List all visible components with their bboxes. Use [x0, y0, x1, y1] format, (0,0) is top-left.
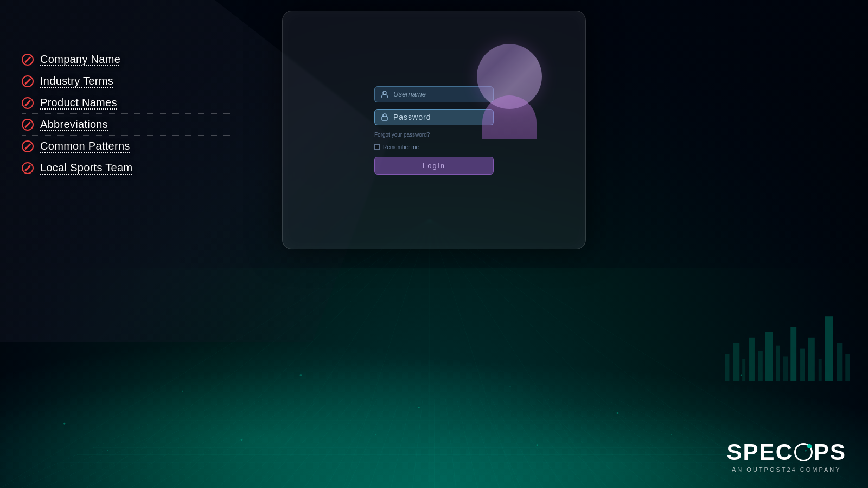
- list-item-abbreviations: Abbreviations: [22, 114, 233, 136]
- logo-o-dot: [807, 444, 812, 448]
- svg-point-26: [241, 439, 243, 441]
- tablet-device: Username Password Forgot your password? …: [282, 11, 586, 249]
- list-label-common-patterns: Common Patterns: [40, 140, 130, 152]
- list-item-local-sports-team: Local Sports Team: [22, 157, 233, 178]
- logo-spec-text: SPEC: [727, 439, 793, 465]
- forgot-password-text[interactable]: Forgot your password?: [374, 132, 430, 138]
- svg-point-25: [107, 450, 108, 451]
- svg-rect-31: [725, 354, 730, 381]
- svg-point-27: [375, 434, 376, 435]
- svg-rect-45: [845, 354, 850, 381]
- list-label-industry-terms: Industry Terms: [40, 75, 113, 87]
- svg-point-24: [741, 375, 742, 376]
- svg-point-23: [617, 412, 619, 414]
- restrictions-list: Company NameIndustry TermsProduct NamesA…: [22, 49, 233, 178]
- svg-rect-38: [783, 356, 788, 381]
- logo-subtitle: AN OUTPOST24 COMPANY: [727, 466, 846, 473]
- login-form: Username Password Forgot your password? …: [374, 86, 494, 175]
- list-label-company-name: Company Name: [40, 53, 120, 66]
- password-field-wrap: Password: [374, 109, 494, 125]
- svg-rect-37: [776, 346, 780, 381]
- svg-rect-32: [733, 343, 739, 381]
- svg-rect-43: [825, 316, 833, 381]
- svg-rect-47: [382, 117, 387, 120]
- logo-o-icon: [793, 442, 814, 463]
- svg-rect-34: [749, 338, 755, 381]
- remember-label: Remember me: [383, 144, 419, 150]
- no-icon-abbreviations: [22, 119, 34, 131]
- svg-rect-42: [819, 359, 822, 381]
- svg-point-29: [671, 434, 672, 435]
- list-label-local-sports-team: Local Sports Team: [40, 162, 132, 174]
- user-icon: [380, 90, 389, 99]
- svg-rect-40: [800, 349, 805, 381]
- list-item-industry-terms: Industry Terms: [22, 70, 233, 92]
- lock-icon: [380, 113, 389, 121]
- svg-rect-39: [790, 327, 796, 381]
- svg-rect-44: [837, 343, 842, 381]
- password-placeholder: Password: [393, 113, 431, 121]
- list-label-abbreviations: Abbreviations: [40, 118, 108, 131]
- remember-me-wrap: Remember me: [374, 144, 419, 150]
- svg-point-46: [383, 91, 386, 94]
- username-field-wrap: Username: [374, 86, 494, 102]
- no-icon-product-names: [22, 97, 34, 109]
- login-button[interactable]: Login: [374, 157, 494, 175]
- no-icon-local-sports-team: [22, 162, 34, 174]
- svg-point-22: [510, 386, 511, 387]
- username-placeholder: Username: [393, 90, 426, 98]
- logo-ps-text: PS: [814, 439, 846, 465]
- svg-point-20: [299, 374, 302, 376]
- list-label-product-names: Product Names: [40, 97, 117, 109]
- no-icon-common-patterns: [22, 140, 34, 152]
- svg-point-18: [63, 423, 65, 425]
- no-icon-company-name: [22, 54, 34, 66]
- list-item-company-name: Company Name: [22, 49, 233, 70]
- svg-rect-33: [742, 359, 745, 381]
- svg-rect-36: [765, 332, 773, 381]
- specops-logo: SPEC PS AN OUTPOST24 COMPANY: [727, 439, 846, 473]
- no-icon-industry-terms: [22, 75, 34, 87]
- list-item-product-names: Product Names: [22, 92, 233, 114]
- svg-rect-35: [758, 351, 763, 381]
- svg-point-21: [418, 407, 420, 408]
- list-item-common-patterns: Common Patterns: [22, 136, 233, 157]
- remember-checkbox[interactable]: [374, 144, 380, 150]
- svg-rect-41: [808, 338, 815, 381]
- svg-point-19: [182, 391, 183, 392]
- svg-point-28: [537, 444, 538, 446]
